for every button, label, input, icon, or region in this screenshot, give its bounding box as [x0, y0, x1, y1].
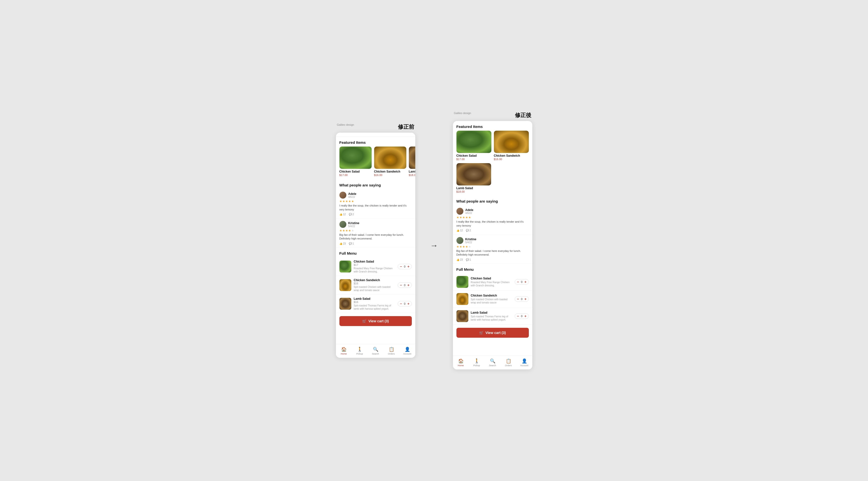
nav-pickup-before[interactable]: 🚶 Pickup: [352, 347, 368, 355]
after-like-count-0: 12: [460, 229, 463, 232]
stars-0: ★ ★ ★ ★ ★: [339, 200, 412, 203]
featured-card-1: Chicken Sandwich $16.00: [374, 147, 406, 177]
after-featured-name-0: Chicken Salad: [457, 154, 491, 157]
view-cart-button-after[interactable]: 🛒 View cart (3): [457, 328, 529, 338]
review-date-1: 5/4/22: [348, 225, 360, 228]
after-qty-minus-2[interactable]: −: [517, 314, 519, 318]
nav-home-after[interactable]: 🏠 Home: [453, 358, 469, 367]
nav-search-before[interactable]: 🔍 Search: [368, 347, 383, 355]
nav-pickup-after[interactable]: 🚶 Pickup: [469, 358, 485, 367]
qty-control-2[interactable]: − 0 +: [398, 301, 412, 306]
after-nav-home-label: Home: [458, 364, 464, 367]
nav-bar-after: 🏠 Home 🚶 Pickup 🔍 Search 📋 Orders: [453, 356, 532, 369]
nav-account-after[interactable]: 👤 Account: [517, 358, 532, 367]
after-featured-name-1: Chicken Sandwich: [494, 154, 529, 157]
after-qty-val-2: 0: [521, 314, 522, 318]
comment-count-0: 2: [352, 213, 354, 216]
qty-minus-2[interactable]: −: [399, 302, 402, 306]
after-reviewer-name-0: Adele: [465, 208, 473, 212]
comment-action-0[interactable]: 💬 2: [349, 213, 354, 216]
featured-name-1: Chicken Sandwich: [374, 170, 406, 173]
featured-grid-card-1: Chicken Sandwich $16.00: [494, 131, 529, 161]
view-cart-button-before[interactable]: 🛒 View cart (3): [339, 316, 412, 326]
qty-val-1: 0: [404, 283, 405, 287]
qty-plus-1[interactable]: +: [407, 283, 410, 287]
qty-minus-1[interactable]: −: [399, 283, 402, 287]
after-menu-img-1: [457, 293, 468, 305]
after-menu-name-2: Lamb Salad: [471, 311, 513, 314]
after-like-action-0[interactable]: 👍 12: [457, 229, 463, 232]
after-featured-price-0: $17.00: [457, 158, 491, 161]
after-comment-count-1: 1: [470, 258, 471, 261]
menu-title-after: Full Menu: [453, 264, 532, 273]
bottom-nav-before: 🏠 Home 🚶 Pickup 🔍 Search 📋 Orders: [336, 344, 415, 358]
bottom-nav-after: 🏠 Home 🚶 Pickup 🔍 Search 📋 Orders: [453, 356, 532, 369]
menu-info-2: Lamb Salad $16 Spit-roasted Thomas Farms…: [354, 297, 396, 310]
after-comment-action-0[interactable]: 💬 2: [466, 229, 471, 232]
after-qty-plus-0[interactable]: +: [524, 280, 527, 284]
menu-img-1: [339, 279, 351, 291]
featured-card-0: Chicken Salad $17.00: [339, 147, 372, 177]
nav-account-label: Account: [403, 353, 411, 355]
qty-plus-2[interactable]: +: [407, 302, 410, 306]
after-avatar-adele: [457, 208, 463, 215]
orders-icon: 📋: [389, 347, 394, 352]
after-stars-1: ★ ★ ★ ★ ★: [457, 245, 529, 248]
after-qty-minus-0[interactable]: −: [517, 280, 519, 284]
featured-name-0: Chicken Salad: [339, 170, 372, 173]
menu-item-2: Lamb Salad $16 Spit-roasted Thomas Farms…: [336, 295, 415, 313]
after-qty-control-0[interactable]: − 0 +: [515, 279, 529, 284]
after-content: Featured Items Chicken Salad $17.00 Chic…: [453, 121, 532, 356]
nav-orders-before[interactable]: 📋 Orders: [383, 347, 399, 355]
after-search-icon: 🔍: [490, 358, 495, 364]
after-featured-img-burger: [494, 131, 529, 153]
after-comment-action-1[interactable]: 💬 1: [466, 258, 471, 261]
menu-name-2: Lamb Salad: [354, 297, 396, 301]
after-stars-0: ★ ★ ★ ★ ★: [457, 216, 529, 219]
nav-account-before[interactable]: 👤 Account: [399, 347, 415, 355]
after-qty-control-1[interactable]: − 0 +: [515, 296, 529, 302]
after-qty-plus-2[interactable]: +: [524, 314, 527, 318]
after-qty-plus-1[interactable]: +: [524, 297, 527, 301]
like-action-1[interactable]: 👍 23: [339, 242, 346, 245]
account-icon: 👤: [405, 347, 410, 352]
pickup-icon: 🚶: [357, 347, 363, 352]
after-featured-img-salad: [457, 131, 491, 153]
cart-label-after: View cart (3): [486, 331, 506, 335]
after-menu-info-2: Lamb Salad Spit-roasted Thomas Farms leg…: [471, 311, 513, 321]
nav-home-before[interactable]: 🏠 Home: [336, 347, 352, 355]
qty-val-2: 0: [404, 302, 405, 305]
avatar-kristine: [339, 221, 346, 228]
qty-minus-0[interactable]: −: [399, 265, 402, 269]
nav-search-after[interactable]: 🔍 Search: [485, 358, 501, 367]
review-date-0: 4/6/22: [348, 196, 356, 198]
arrow-container: →: [425, 241, 443, 250]
comment-action-1[interactable]: 💬 1: [349, 242, 354, 245]
qty-plus-0[interactable]: +: [407, 265, 410, 269]
review-text-1: Big fan of their salad. I come here ever…: [339, 233, 412, 241]
after-qty-minus-1[interactable]: −: [517, 297, 519, 301]
stars-1: ★ ★ ★ ★ ★: [339, 229, 412, 232]
after-qty-control-2[interactable]: − 0 +: [515, 313, 529, 319]
after-review-text-0: I really like the soup, the chicken is r…: [457, 220, 529, 228]
like-action-0[interactable]: 👍 12: [339, 213, 346, 216]
nav-home-label: Home: [341, 353, 347, 355]
after-reviewer-name-1: Kristine: [465, 238, 476, 241]
after-featured-img-lamb: [457, 163, 491, 185]
menu-desc-0: Roasted Mary Free Range Chicken with Gra…: [354, 267, 396, 273]
after-menu-img-0: [457, 276, 468, 288]
featured-price-2: $18.00: [409, 174, 415, 177]
after-like-action-1[interactable]: 👍 23: [457, 258, 463, 261]
after-menu-info-1: Chicken Sandwich Spit roasted Chicken wi…: [471, 294, 513, 304]
after-qty-val-0: 0: [521, 280, 522, 283]
after-nav-search-label: Search: [489, 364, 496, 367]
nav-orders-after[interactable]: 📋 Orders: [501, 358, 517, 367]
qty-control-0[interactable]: − 0 +: [398, 264, 412, 269]
before-panel: Galileo design 修正前 Featured Items Chicke…: [336, 123, 415, 358]
page-wrapper: Galileo design 修正前 Featured Items Chicke…: [260, 112, 608, 369]
after-review-date-1: 5/4/22: [465, 241, 476, 244]
after-menu-img-2: [457, 310, 468, 322]
qty-control-1[interactable]: − 0 +: [398, 282, 412, 288]
reviewer-name-1: Kristine: [348, 221, 360, 225]
featured-grid-card-2: Lamb Salad $18.00: [457, 163, 491, 193]
